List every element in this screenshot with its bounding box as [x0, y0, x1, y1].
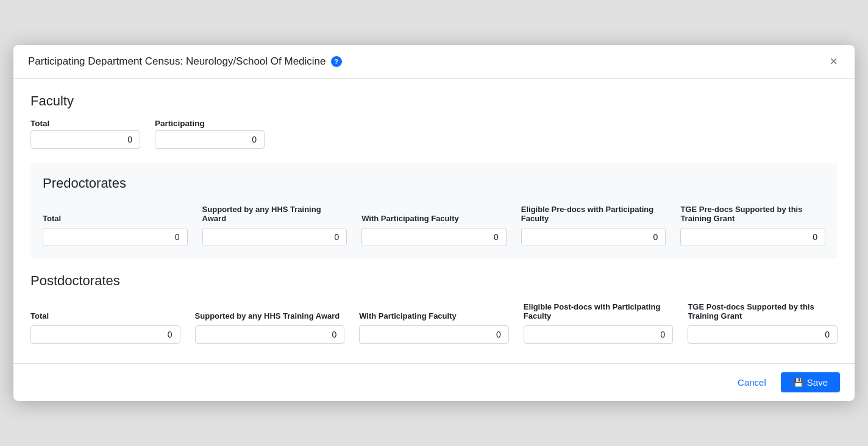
postdoc-hhs-input[interactable]: [195, 325, 345, 344]
modal-header: Participating Department Census: Neurolo…: [13, 45, 855, 79]
close-button[interactable]: ×: [827, 55, 840, 68]
predoc-eligible-label: Eligible Pre-docs with Participating Fac…: [521, 201, 666, 225]
faculty-section-title: Faculty: [30, 93, 838, 109]
postdoc-tge-group: TGE Post-docs Supported by this Training…: [688, 299, 838, 344]
cancel-button[interactable]: Cancel: [730, 373, 774, 391]
faculty-total-group: Total: [30, 119, 140, 149]
save-label: Save: [807, 377, 828, 388]
postdoc-participating-input[interactable]: [359, 325, 509, 344]
postdoctorates-fields: Total Supported by any HHS Training Awar…: [30, 299, 838, 344]
postdoc-hhs-label: Supported by any HHS Training Award: [195, 299, 345, 323]
faculty-total-label: Total: [30, 119, 140, 128]
postdoc-total-input[interactable]: [30, 325, 180, 344]
help-icon[interactable]: ?: [331, 56, 342, 67]
postdoc-eligible-input[interactable]: [524, 325, 674, 344]
postdoc-participating-group: With Participating Faculty: [359, 299, 509, 344]
modal-body: Faculty Total Participating Predoctorate…: [13, 79, 855, 363]
faculty-fields: Total Participating: [30, 119, 838, 149]
postdoc-participating-label: With Participating Faculty: [359, 299, 509, 323]
predoc-total-label: Total: [43, 201, 188, 225]
save-button[interactable]: 💾 Save: [781, 372, 840, 392]
predoctorates-section: Predoctorates Total Supported by any HHS…: [30, 163, 838, 258]
postdoc-eligible-label: Eligible Post-docs with Participating Fa…: [524, 299, 674, 323]
predoc-participating-input[interactable]: [361, 228, 507, 246]
predoc-total-input[interactable]: [43, 228, 188, 246]
faculty-participating-input[interactable]: [155, 130, 265, 149]
faculty-total-input[interactable]: [30, 130, 140, 149]
predoc-eligible-input[interactable]: [521, 228, 666, 246]
predoc-total-group: Total: [43, 201, 188, 246]
predoc-tge-label: TGE Pre-docs Supported by this Training …: [680, 201, 825, 225]
predoc-hhs-input[interactable]: [202, 228, 347, 246]
modal-footer: Cancel 💾 Save: [13, 363, 855, 401]
faculty-participating-label: Participating: [155, 119, 265, 128]
predoctorates-fields: Total Supported by any HHS Training Awar…: [43, 201, 825, 246]
faculty-participating-group: Participating: [155, 119, 265, 149]
predoc-tge-input[interactable]: [680, 228, 825, 246]
modal-dialog: Participating Department Census: Neurolo…: [13, 45, 855, 401]
modal-title: Participating Department Census: Neurolo…: [28, 55, 326, 68]
postdoc-eligible-group: Eligible Post-docs with Participating Fa…: [524, 299, 674, 344]
postdoc-tge-label: TGE Post-docs Supported by this Training…: [688, 299, 838, 323]
postdoctorates-section-title: Postdoctorates: [30, 273, 838, 289]
save-icon: 💾: [793, 378, 803, 388]
predoc-hhs-label: Supported by any HHS Training Award: [202, 201, 347, 225]
predoc-participating-group: With Participating Faculty: [361, 201, 507, 246]
postdoc-total-label: Total: [30, 299, 180, 323]
predoc-hhs-group: Supported by any HHS Training Award: [202, 201, 347, 246]
postdoc-tge-input[interactable]: [688, 325, 838, 344]
predoc-tge-group: TGE Pre-docs Supported by this Training …: [680, 201, 825, 246]
predoc-participating-label: With Participating Faculty: [361, 201, 507, 225]
faculty-section: Faculty Total Participating: [30, 93, 838, 149]
predoc-eligible-group: Eligible Pre-docs with Participating Fac…: [521, 201, 666, 246]
modal-title-row: Participating Department Census: Neurolo…: [28, 55, 342, 68]
postdoctorates-section: Postdoctorates Total Supported by any HH…: [30, 273, 838, 344]
postdoc-hhs-group: Supported by any HHS Training Award: [195, 299, 345, 344]
predoctorates-section-title: Predoctorates: [43, 175, 825, 191]
postdoc-total-group: Total: [30, 299, 180, 344]
